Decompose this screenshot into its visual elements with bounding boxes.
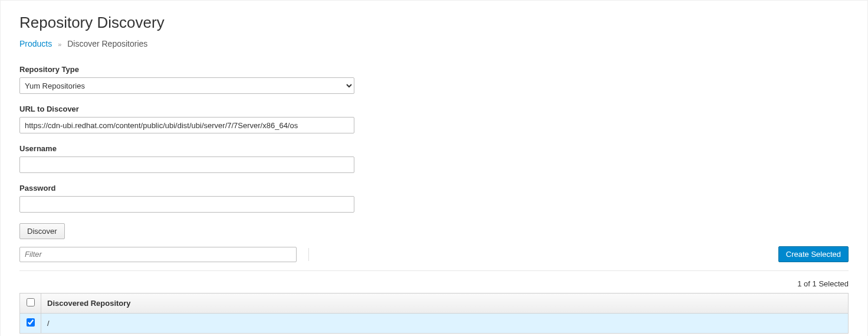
create-selected-button[interactable]: Create Selected (778, 246, 849, 262)
results-table: Discovered Repository / (19, 293, 849, 334)
url-input[interactable] (19, 117, 354, 133)
username-input[interactable] (19, 156, 354, 173)
repo-path-cell: / (41, 314, 849, 334)
chevron-right-icon: » (58, 41, 61, 48)
repo-type-select[interactable]: Yum Repositories (19, 77, 354, 94)
discovered-repo-header: Discovered Repository (41, 293, 849, 314)
discover-button[interactable]: Discover (19, 223, 65, 239)
select-all-checkbox[interactable] (27, 298, 35, 306)
username-label: Username (19, 144, 849, 153)
password-label: Password (19, 184, 849, 193)
filter-input[interactable] (19, 247, 297, 262)
password-input[interactable] (19, 196, 354, 213)
breadcrumb-products-link[interactable]: Products (19, 39, 52, 48)
selected-count-text: 1 of 1 Selected (19, 279, 849, 288)
breadcrumb-current: Discover Repositories (67, 39, 147, 48)
table-row: / (20, 314, 849, 334)
breadcrumb: Products » Discover Repositories (19, 39, 849, 48)
repo-type-label: Repository Type (19, 65, 849, 74)
row-checkbox[interactable] (27, 318, 35, 327)
url-label: URL to Discover (19, 105, 849, 113)
select-all-header (20, 293, 41, 314)
page-title: Repository Discovery (19, 14, 849, 32)
filter-divider (308, 248, 309, 261)
